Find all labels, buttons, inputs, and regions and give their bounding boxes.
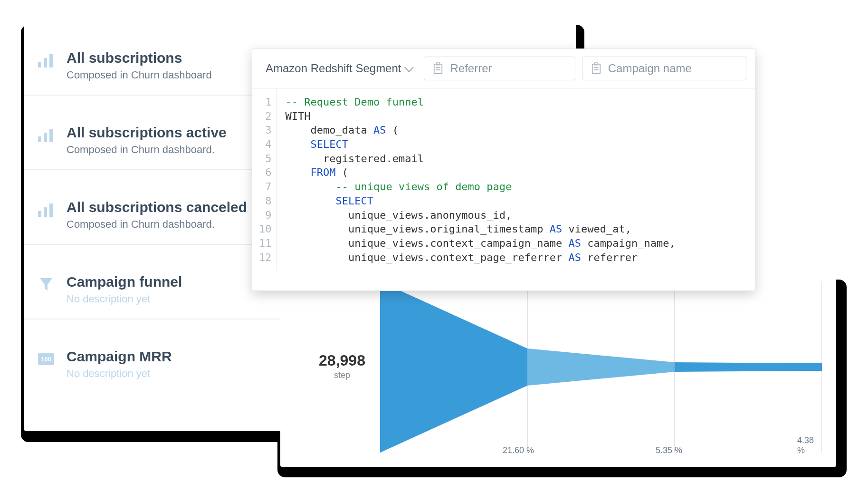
item-title: All subscriptions active [67,123,227,142]
svg-rect-2 [49,54,53,68]
funnel-icon [37,275,55,293]
clipboard-icon [591,62,601,75]
svg-rect-7 [44,207,47,217]
referrer-input[interactable] [450,62,566,75]
funnel-pct-1: 21.60 % [503,445,534,455]
bar-chart-icon [37,126,55,144]
svg-rect-3 [38,136,41,142]
bar-chart-icon [37,201,55,219]
funnel-pct-3: 4.38 % [797,436,822,455]
code-body[interactable]: -- Request Demo funnel WITH demo_data AS… [277,88,684,271]
svg-rect-1 [44,58,47,68]
svg-rect-0 [38,62,41,68]
svg-rect-8 [49,203,53,217]
code-editor[interactable]: 123456789101112 -- Request Demo funnel W… [252,88,755,271]
item-title: All subscriptions canceled [67,198,247,216]
segment-dropdown[interactable]: Amazon Redshift Segment [261,57,417,80]
funnel-chart [380,281,822,453]
referrer-input-wrap[interactable] [424,57,575,80]
item-title: All subscriptions [67,48,212,67]
svg-marker-13 [380,281,527,453]
item-subtitle: Composed in Churn dashboard. [67,218,247,231]
campaign-input[interactable] [608,62,737,75]
bar-chart-icon [37,51,55,69]
svg-rect-16 [434,64,442,74]
svg-rect-4 [44,133,47,142]
item-subtitle: Composed in Churn dashboard [67,69,212,81]
editor-header: Amazon Redshift Segment [252,49,755,88]
svg-rect-6 [38,211,41,217]
funnel-value: 28,998 [314,352,371,369]
item-title: Campaign MRR [67,347,172,366]
query-editor-panel: Amazon Redshift Segment 123456789101112 … [252,48,755,291]
campaign-input-wrap[interactable] [582,57,746,80]
number-badge-icon: 100 [37,350,55,368]
chevron-down-icon [405,63,414,72]
item-title: Campaign funnel [67,272,182,291]
svg-marker-14 [527,348,675,386]
item-subtitle: Composed in Churn dashboard. [67,144,227,156]
segment-label: Amazon Redshift Segment [266,62,401,75]
svg-rect-20 [592,64,600,74]
funnel-chart-panel: 28,998 step 21.60 % 5.35 % 4.38 % [280,272,836,467]
line-gutter: 123456789101112 [252,88,277,271]
funnel-pct-2: 5.35 % [656,445,682,455]
funnel-step-label: 28,998 step [314,352,371,380]
funnel-step-text: step [314,370,371,380]
svg-marker-15 [675,362,822,372]
svg-rect-5 [49,129,53,142]
item-subtitle: No description yet [67,368,172,380]
item-subtitle: No description yet [67,293,182,305]
clipboard-icon [433,62,443,75]
